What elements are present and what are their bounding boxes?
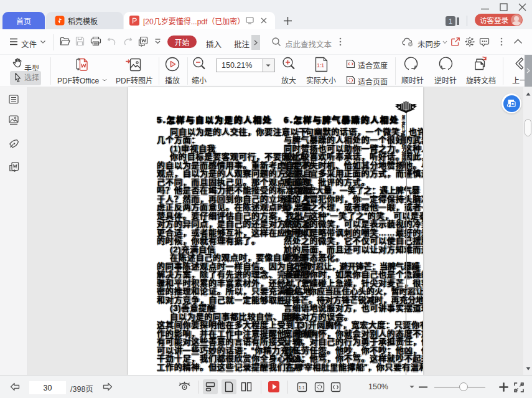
svg-text:1:1: 1:1 — [317, 62, 324, 69]
svg-text:1:1: 1:1 — [299, 386, 305, 390]
